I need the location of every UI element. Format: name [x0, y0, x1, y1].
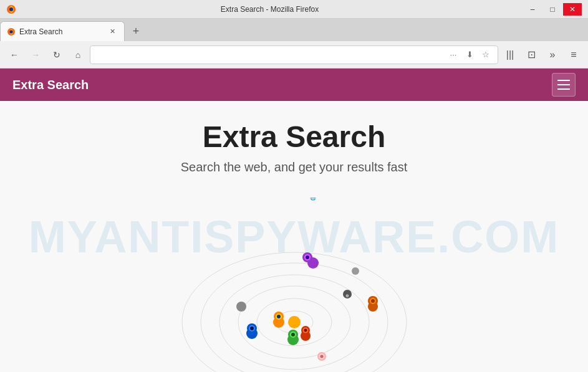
address-bar[interactable]: ··· ⬇ ☆ [90, 45, 498, 64]
titlebar: Extra Search - Mozilla Firefox – □ ✕ [0, 0, 588, 19]
hero-title: Extra Search [203, 120, 386, 154]
svg-point-24 [306, 255, 309, 259]
library-button[interactable]: ||| [501, 45, 519, 64]
maximize-button[interactable]: □ [543, 3, 562, 16]
hamburger-line-1 [557, 80, 570, 81]
pocket-button[interactable]: ⬇ [463, 48, 476, 62]
svg-point-42 [320, 355, 323, 358]
forward-button[interactable]: → [26, 45, 45, 64]
hamburger-button[interactable] [552, 73, 576, 97]
solar-system-svg: 🌐 ⊕ [170, 198, 419, 372]
site-navbar: Extra Search [0, 69, 588, 101]
svg-point-36 [291, 333, 295, 336]
address-input[interactable] [95, 50, 446, 59]
svg-point-10 [288, 316, 301, 328]
svg-text:⊕: ⊕ [345, 293, 349, 298]
back-button[interactable]: ← [5, 45, 24, 64]
website-content: Extra Search MYANTISPYWARE.COM Extra Sea… [0, 69, 588, 372]
nav-right: ||| ⊡ » ≡ [501, 45, 583, 64]
tab-close-button[interactable]: ✕ [107, 26, 118, 37]
svg-point-39 [304, 329, 307, 332]
home-button[interactable]: ⌂ [69, 45, 87, 64]
more-tools-button[interactable]: ··· [446, 48, 460, 62]
reload-button[interactable]: ↻ [47, 45, 66, 64]
menu-button[interactable]: ≡ [564, 45, 583, 64]
titlebar-controls: – □ ✕ [523, 3, 582, 16]
hamburger-line-2 [557, 84, 570, 85]
site-logo: Extra Search [12, 78, 89, 92]
new-tab-button[interactable]: + [127, 22, 145, 40]
tab-label: Extra Search [19, 27, 103, 36]
tab-favicon [7, 27, 16, 36]
navbar: ← → ↻ ⌂ ··· ⬇ ☆ ||| ⊡ » ≡ [0, 41, 588, 69]
solar-system-illustration: 🌐 ⊕ [170, 198, 419, 372]
bookmark-button[interactable]: ☆ [479, 48, 493, 62]
svg-point-21 [352, 267, 359, 275]
active-tab[interactable]: Extra Search ✕ [0, 21, 125, 41]
synced-tabs-button[interactable]: ⊡ [522, 45, 541, 64]
hamburger-line-3 [557, 88, 570, 90]
svg-point-33 [250, 327, 254, 330]
svg-point-3 [10, 30, 13, 33]
tabbar: Extra Search ✕ + [0, 19, 588, 41]
site-hero: MYANTISPYWARE.COM Extra Search Search th… [0, 101, 588, 372]
svg-point-1 [9, 7, 13, 11]
hero-subtitle: Search the web, and get your results fas… [181, 160, 408, 174]
svg-point-15 [236, 302, 246, 312]
firefox-icon [6, 4, 16, 14]
extensions-button[interactable]: » [543, 45, 562, 64]
titlebar-title: Extra Search - Mozilla Firefox [16, 5, 523, 14]
svg-point-30 [277, 315, 281, 318]
svg-text:🌐: 🌐 [310, 198, 316, 201]
address-icons: ··· ⬇ ☆ [446, 48, 493, 62]
close-button[interactable]: ✕ [563, 3, 582, 16]
minimize-button[interactable]: – [523, 3, 542, 16]
titlebar-left [6, 4, 16, 14]
svg-point-27 [371, 299, 375, 303]
